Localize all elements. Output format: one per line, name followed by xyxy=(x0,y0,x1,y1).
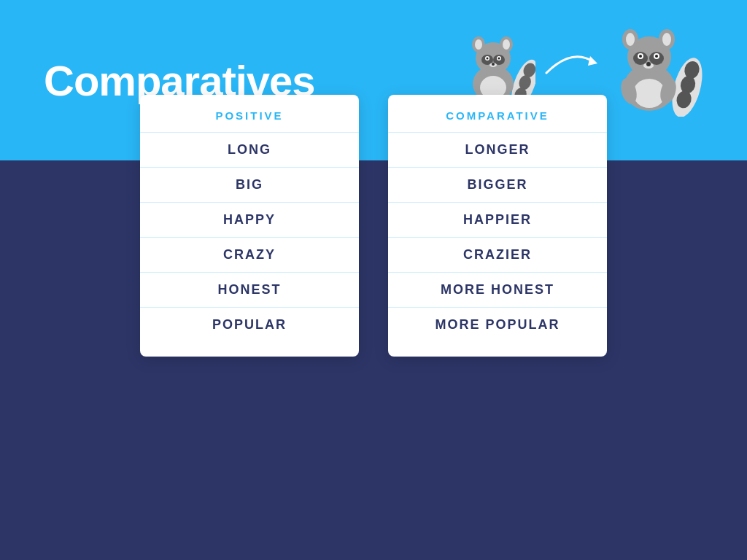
comparative-card: COMPARATIVE LONGER BIGGER HAPPIER CRAZIE… xyxy=(388,95,607,357)
positive-row-long: LONG xyxy=(140,133,359,168)
positive-row-crazy: CRAZY xyxy=(140,238,359,273)
small-raccoon-icon xyxy=(462,26,535,106)
svg-marker-19 xyxy=(588,56,597,66)
positive-card-header: POSITIVE xyxy=(140,109,359,133)
svg-point-18 xyxy=(492,63,495,66)
comparative-row-bigger: BIGGER xyxy=(388,168,607,203)
svg-point-16 xyxy=(498,58,500,60)
svg-point-8 xyxy=(475,39,482,50)
comparative-row-longer: LONGER xyxy=(388,133,607,168)
large-raccoon-icon xyxy=(608,15,703,117)
positive-row-honest: HONEST xyxy=(140,273,359,308)
comparative-row-more-honest: MORE HONEST xyxy=(388,273,607,308)
positive-row-big: BIG xyxy=(140,168,359,203)
comparative-row-more-popular: MORE POPULAR xyxy=(388,308,607,342)
comparative-card-header: COMPARATIVE xyxy=(388,109,607,133)
arrow-icon xyxy=(543,47,601,84)
positive-row-popular: POPULAR xyxy=(140,308,359,342)
svg-point-10 xyxy=(503,39,510,50)
svg-point-15 xyxy=(487,58,489,60)
svg-point-37 xyxy=(639,55,642,58)
comparative-row-happier: HAPPIER xyxy=(388,203,607,238)
svg-point-40 xyxy=(646,62,651,66)
comparative-row-crazier: CRAZIER xyxy=(388,238,607,273)
positive-card: POSITIVE LONG BIG HAPPY CRAZY HONEST POP… xyxy=(140,95,359,357)
bottom-section: POSITIVE LONG BIG HAPPY CRAZY HONEST POP… xyxy=(0,160,747,560)
cards-container: POSITIVE LONG BIG HAPPY CRAZY HONEST POP… xyxy=(140,95,607,357)
svg-point-32 xyxy=(662,33,671,46)
svg-point-30 xyxy=(626,33,635,46)
svg-point-38 xyxy=(655,55,658,58)
positive-row-happy: HAPPY xyxy=(140,203,359,238)
